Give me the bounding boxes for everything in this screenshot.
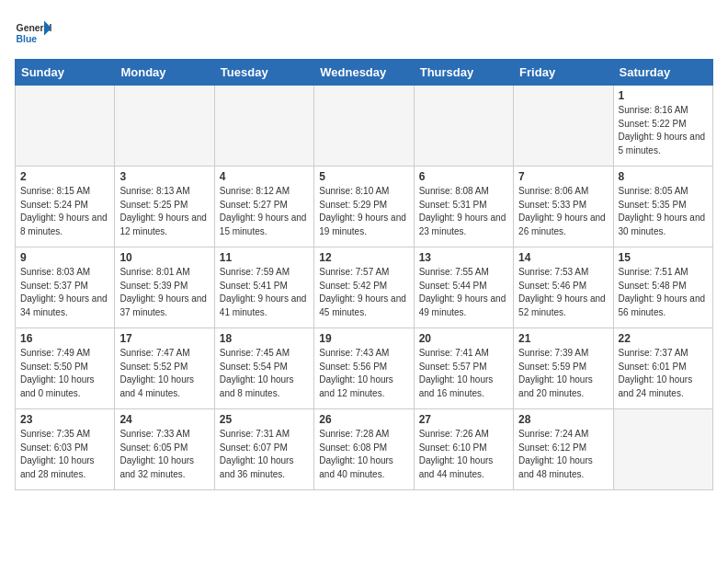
calendar-cell: 14Sunrise: 7:53 AM Sunset: 5:46 PM Dayli… [514, 247, 613, 328]
calendar-cell: 4Sunrise: 8:12 AM Sunset: 5:27 PM Daylig… [214, 167, 313, 247]
calendar-cell: 13Sunrise: 7:55 AM Sunset: 5:44 PM Dayli… [414, 247, 513, 328]
day-info: Sunrise: 7:53 AM Sunset: 5:46 PM Dayligh… [518, 266, 608, 319]
day-info: Sunrise: 8:15 AM Sunset: 5:24 PM Dayligh… [20, 185, 109, 238]
day-info: Sunrise: 7:47 AM Sunset: 5:52 PM Dayligh… [119, 347, 209, 400]
calendar-cell: 9Sunrise: 8:03 AM Sunset: 5:37 PM Daylig… [16, 247, 115, 328]
calendar-cell: 5Sunrise: 8:10 AM Sunset: 5:29 PM Daylig… [314, 167, 414, 247]
day-number: 25 [220, 413, 309, 426]
page-header: General Blue [15, 15, 713, 52]
calendar-table: SundayMondayTuesdayWednesdayThursdayFrid… [15, 59, 713, 490]
day-number: 13 [419, 251, 508, 264]
weekday-header-monday: Monday [115, 60, 214, 86]
calendar-cell [514, 86, 613, 167]
day-number: 12 [319, 251, 408, 264]
day-number: 7 [518, 170, 608, 183]
weekday-header-thursday: Thursday [414, 60, 513, 86]
calendar-cell: 23Sunrise: 7:35 AM Sunset: 6:03 PM Dayli… [16, 409, 115, 490]
calendar-cell: 6Sunrise: 8:08 AM Sunset: 5:31 PM Daylig… [414, 167, 513, 247]
calendar-cell: 22Sunrise: 7:37 AM Sunset: 6:01 PM Dayli… [613, 328, 712, 409]
calendar-cell: 11Sunrise: 7:59 AM Sunset: 5:41 PM Dayli… [214, 247, 313, 328]
day-number: 14 [518, 251, 608, 264]
day-info: Sunrise: 8:10 AM Sunset: 5:29 PM Dayligh… [319, 185, 408, 238]
day-info: Sunrise: 7:39 AM Sunset: 5:59 PM Dayligh… [518, 347, 608, 400]
calendar-cell [214, 86, 313, 167]
day-number: 11 [220, 251, 309, 264]
calendar-cell [115, 86, 214, 167]
calendar-cell: 28Sunrise: 7:24 AM Sunset: 6:12 PM Dayli… [514, 409, 613, 490]
calendar-cell: 21Sunrise: 7:39 AM Sunset: 5:59 PM Dayli… [514, 328, 613, 409]
day-info: Sunrise: 8:01 AM Sunset: 5:39 PM Dayligh… [119, 266, 209, 319]
calendar-cell: 3Sunrise: 8:13 AM Sunset: 5:25 PM Daylig… [115, 167, 214, 247]
calendar-cell: 1Sunrise: 8:16 AM Sunset: 5:22 PM Daylig… [613, 86, 712, 167]
day-number: 28 [518, 413, 608, 426]
day-info: Sunrise: 8:05 AM Sunset: 5:35 PM Dayligh… [619, 185, 708, 238]
day-number: 16 [20, 332, 109, 345]
calendar-cell: 10Sunrise: 8:01 AM Sunset: 5:39 PM Dayli… [115, 247, 214, 328]
calendar-cell: 26Sunrise: 7:28 AM Sunset: 6:08 PM Dayli… [314, 409, 414, 490]
calendar-cell: 16Sunrise: 7:49 AM Sunset: 5:50 PM Dayli… [16, 328, 115, 409]
day-info: Sunrise: 7:26 AM Sunset: 6:10 PM Dayligh… [419, 428, 508, 481]
calendar-cell [414, 86, 513, 167]
calendar-cell: 18Sunrise: 7:45 AM Sunset: 5:54 PM Dayli… [214, 328, 313, 409]
svg-text:Blue: Blue [17, 34, 38, 44]
day-number: 2 [20, 170, 109, 183]
day-number: 23 [20, 413, 109, 426]
day-number: 26 [319, 413, 408, 426]
day-info: Sunrise: 7:59 AM Sunset: 5:41 PM Dayligh… [220, 266, 309, 319]
day-number: 24 [119, 413, 209, 426]
day-info: Sunrise: 7:37 AM Sunset: 6:01 PM Dayligh… [619, 347, 708, 400]
day-info: Sunrise: 7:33 AM Sunset: 6:05 PM Dayligh… [119, 428, 209, 481]
weekday-header-wednesday: Wednesday [314, 60, 414, 86]
day-info: Sunrise: 8:08 AM Sunset: 5:31 PM Dayligh… [419, 185, 508, 238]
weekday-header-tuesday: Tuesday [214, 60, 313, 86]
day-info: Sunrise: 7:43 AM Sunset: 5:56 PM Dayligh… [319, 347, 408, 400]
calendar-cell: 7Sunrise: 8:06 AM Sunset: 5:33 PM Daylig… [514, 167, 613, 247]
day-number: 10 [119, 251, 209, 264]
day-number: 17 [119, 332, 209, 345]
day-info: Sunrise: 8:03 AM Sunset: 5:37 PM Dayligh… [20, 266, 109, 319]
calendar-cell [613, 409, 712, 490]
day-info: Sunrise: 8:06 AM Sunset: 5:33 PM Dayligh… [518, 185, 608, 238]
calendar-cell: 19Sunrise: 7:43 AM Sunset: 5:56 PM Dayli… [314, 328, 414, 409]
day-number: 1 [619, 89, 708, 102]
day-info: Sunrise: 7:41 AM Sunset: 5:57 PM Dayligh… [419, 347, 508, 400]
day-info: Sunrise: 7:31 AM Sunset: 6:07 PM Dayligh… [220, 428, 309, 481]
day-info: Sunrise: 7:35 AM Sunset: 6:03 PM Dayligh… [20, 428, 109, 481]
day-number: 6 [419, 170, 508, 183]
day-info: Sunrise: 7:24 AM Sunset: 6:12 PM Dayligh… [518, 428, 608, 481]
calendar-cell: 20Sunrise: 7:41 AM Sunset: 5:57 PM Dayli… [414, 328, 513, 409]
day-number: 21 [518, 332, 608, 345]
calendar-cell [314, 86, 414, 167]
calendar-cell: 17Sunrise: 7:47 AM Sunset: 5:52 PM Dayli… [115, 328, 214, 409]
day-number: 18 [220, 332, 309, 345]
calendar-cell [16, 86, 115, 167]
day-number: 27 [419, 413, 508, 426]
day-number: 20 [419, 332, 508, 345]
day-number: 15 [619, 251, 708, 264]
day-info: Sunrise: 7:57 AM Sunset: 5:42 PM Dayligh… [319, 266, 408, 319]
day-info: Sunrise: 7:51 AM Sunset: 5:48 PM Dayligh… [619, 266, 708, 319]
weekday-header-friday: Friday [514, 60, 613, 86]
day-info: Sunrise: 7:49 AM Sunset: 5:50 PM Dayligh… [20, 347, 109, 400]
calendar-cell: 25Sunrise: 7:31 AM Sunset: 6:07 PM Dayli… [214, 409, 313, 490]
weekday-header-saturday: Saturday [613, 60, 712, 86]
weekday-header-sunday: Sunday [16, 60, 115, 86]
day-info: Sunrise: 8:12 AM Sunset: 5:27 PM Dayligh… [220, 185, 309, 238]
calendar-cell: 8Sunrise: 8:05 AM Sunset: 5:35 PM Daylig… [613, 167, 712, 247]
day-number: 19 [319, 332, 408, 345]
day-number: 5 [319, 170, 408, 183]
day-number: 3 [119, 170, 209, 183]
calendar-cell: 2Sunrise: 8:15 AM Sunset: 5:24 PM Daylig… [16, 167, 115, 247]
logo: General Blue [15, 15, 55, 52]
calendar-cell: 24Sunrise: 7:33 AM Sunset: 6:05 PM Dayli… [115, 409, 214, 490]
calendar-cell: 27Sunrise: 7:26 AM Sunset: 6:10 PM Dayli… [414, 409, 513, 490]
day-info: Sunrise: 7:45 AM Sunset: 5:54 PM Dayligh… [220, 347, 309, 400]
day-number: 4 [220, 170, 309, 183]
day-info: Sunrise: 8:13 AM Sunset: 5:25 PM Dayligh… [119, 185, 209, 238]
day-info: Sunrise: 7:55 AM Sunset: 5:44 PM Dayligh… [419, 266, 508, 319]
day-number: 9 [20, 251, 109, 264]
day-number: 8 [619, 170, 708, 183]
day-info: Sunrise: 7:28 AM Sunset: 6:08 PM Dayligh… [319, 428, 408, 481]
calendar-cell: 12Sunrise: 7:57 AM Sunset: 5:42 PM Dayli… [314, 247, 414, 328]
day-info: Sunrise: 8:16 AM Sunset: 5:22 PM Dayligh… [619, 104, 708, 157]
